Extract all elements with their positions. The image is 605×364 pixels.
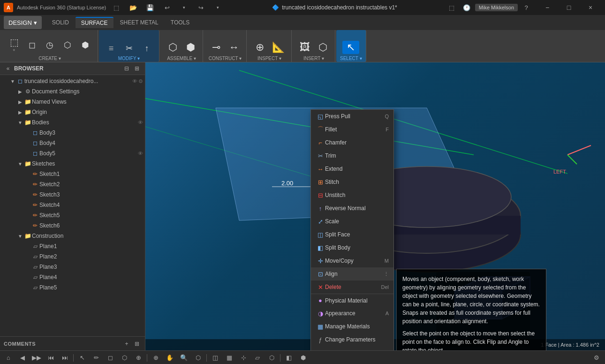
browser-item-plane2[interactable]: ▱ Plane2 [0, 251, 145, 262]
select-btn[interactable]: ↖ [342, 41, 359, 54]
save-button[interactable]: 💾 [144, 2, 157, 13]
select-dropdown[interactable]: ▾ [360, 56, 362, 61]
bottom-display-btn[interactable]: ◫ [209, 352, 222, 364]
bottom-bodies-btn[interactable]: ◻ [104, 352, 117, 364]
root-eye-icon[interactable]: 👁 [132, 78, 137, 84]
menu-align[interactable]: ⊡ Align ⋮ [311, 267, 393, 281]
design-mode-button[interactable]: DESIGN ▾ [4, 16, 42, 29]
modify-dropdown[interactable]: ▾ [137, 56, 140, 61]
browser-item-sketch2[interactable]: ✏ Sketch2 [0, 179, 145, 190]
modify-fillet-btn[interactable]: ✂ [121, 43, 137, 54]
browser-item-sketch3[interactable]: ✏ Sketch3 [0, 190, 145, 200]
viewport[interactable]: 2.00 LEFT ◱ Press Pull Q ⌒ Fillet F [145, 62, 605, 350]
browser-item-construction[interactable]: ▼ 📁 Construction [0, 231, 145, 241]
browser-item-sketch4[interactable]: ✏ Sketch4 [0, 200, 145, 210]
insert-btn2[interactable]: ⬡ [314, 41, 331, 54]
browser-item-plane5[interactable]: ▱ Plane5 [0, 282, 145, 293]
create-loft-btn[interactable]: ⬡ [59, 39, 76, 51]
browser-item-plane3[interactable]: ▱ Plane3 [0, 262, 145, 272]
browser-root-item[interactable]: ▼ ◻ truncated icosidodecahedro... 👁 ⚙ [0, 76, 145, 86]
menu-appearance[interactable]: ◑ Appearance A [311, 307, 393, 320]
menu-manage-materials[interactable]: ▦ Manage Materials [311, 320, 393, 333]
minimize-button[interactable]: − [537, 0, 558, 15]
menu-press-pull[interactable]: ◱ Press Pull Q [311, 110, 393, 123]
bottom-back-btn[interactable]: ◀ [16, 352, 29, 364]
browser-item-origin[interactable]: ▶ 📁 Origin [0, 107, 145, 117]
bottom-end-btn[interactable]: ⏭ [58, 352, 71, 364]
browser-item-plane4[interactable]: ▱ Plane4 [0, 272, 145, 282]
bottom-grid-btn[interactable]: ▦ [223, 352, 236, 364]
open-button[interactable]: 📂 [127, 2, 140, 13]
bottom-settings-icon[interactable]: ⚙ [590, 352, 603, 364]
assemble-btn2[interactable]: ⬢ [182, 41, 199, 54]
workspace-icon[interactable]: ⬚ [445, 2, 458, 13]
bottom-home-btn[interactable]: ⌂ [2, 352, 15, 364]
undo-dropdown[interactable]: ▾ [177, 2, 190, 13]
menu-stitch[interactable]: ⊞ Stitch [311, 175, 393, 189]
tab-tools[interactable]: TOOLS [165, 17, 195, 28]
browser-item-sketch5[interactable]: ✏ Sketch5 [0, 210, 145, 220]
redo-dropdown[interactable]: ▾ [211, 2, 224, 13]
inspect-btn2[interactable]: 📐 [269, 41, 287, 54]
bottom-fit-btn[interactable]: ⬡ [191, 352, 204, 364]
create-dropdown[interactable]: ▾ [59, 56, 61, 61]
insert-dropdown[interactable]: ▾ [322, 56, 324, 61]
menu-delete[interactable]: ✕ Delete Del [311, 281, 393, 294]
menu-physical-material[interactable]: ● Physical Material [311, 294, 393, 307]
menu-compute-all[interactable]: ⟳ Compute All Ctrl+B [311, 346, 393, 350]
inspect-btn1[interactable]: ⊕ [251, 41, 268, 54]
comments-add-icon[interactable]: + [122, 340, 131, 348]
close-button[interactable]: × [580, 0, 601, 15]
create-sweep-btn[interactable]: ◷ [41, 39, 58, 51]
bottom-animate-btn[interactable]: ⬡ [265, 352, 278, 364]
create-more-btn[interactable]: ⬢ [77, 39, 94, 51]
bottom-start-btn[interactable]: ⏮ [44, 352, 57, 364]
tab-surface[interactable]: SURFACE [76, 17, 113, 28]
bottom-perspective-btn[interactable]: ▱ [251, 352, 264, 364]
comments-expand-icon[interactable]: ⊞ [133, 340, 141, 348]
menu-reverse-normal[interactable]: ↑ Reverse Normal [311, 202, 393, 215]
maximize-button[interactable]: □ [558, 0, 580, 15]
redo-button[interactable]: ↪ [194, 2, 207, 13]
browser-item-body4[interactable]: ◻ Body4 [0, 138, 145, 148]
clock-icon[interactable]: 🕐 [460, 2, 473, 13]
construct-btn1[interactable]: ⊸ [208, 41, 225, 54]
bottom-snap-btn[interactable]: ⊹ [237, 352, 250, 364]
browser-item-body5[interactable]: ◻ Body5 👁 [0, 148, 145, 159]
bottom-orbit-btn[interactable]: ⊕ [149, 352, 162, 364]
inspect-dropdown[interactable]: ▾ [279, 56, 281, 61]
menu-scale[interactable]: ⤢ Scale [311, 215, 393, 228]
browser-item-sketch1[interactable]: ✏ Sketch1 [0, 169, 145, 179]
bottom-forward-btn[interactable]: ▶▶ [30, 352, 43, 364]
browser-collapse-icon[interactable]: « [4, 64, 12, 73]
undo-button[interactable]: ↩ [160, 2, 174, 13]
browser-item-doc-settings[interactable]: ▶ ⚙ Document Settings [0, 86, 145, 97]
browser-item-sketches[interactable]: ▼ 📁 Sketches [0, 159, 145, 169]
menu-change-parameters[interactable]: ƒ Change Parameters [311, 333, 393, 346]
create-extrude-btn[interactable]: ⬚ + [6, 36, 23, 54]
browser-item-body3[interactable]: ◻ Body3 [0, 128, 145, 138]
create-revolve-btn[interactable]: ◻ [23, 39, 40, 51]
browser-filter-icon[interactable]: ⊟ [122, 64, 131, 73]
browser-item-plane1[interactable]: ▱ Plane1 [0, 241, 145, 251]
modify-more-btn[interactable]: ↑ [138, 43, 155, 54]
new-button[interactable]: ⬚ [110, 2, 123, 13]
assemble-btn1[interactable]: ⬡ [164, 41, 181, 54]
bottom-render-btn[interactable]: ⬢ [296, 352, 310, 364]
browser-item-sketch6[interactable]: ✏ Sketch6 [0, 220, 145, 231]
construct-btn2[interactable]: ↔ [226, 41, 242, 54]
menu-fillet[interactable]: ⌒ Fillet F [311, 123, 393, 136]
bottom-pan-btn[interactable]: ✋ [163, 352, 176, 364]
bottom-section-btn[interactable]: ◧ [282, 352, 295, 364]
bottom-select-btn[interactable]: ↖ [76, 352, 89, 364]
tab-solid[interactable]: SOLID [46, 17, 75, 28]
construct-dropdown[interactable]: ▾ [239, 56, 242, 61]
bottom-sketch-btn[interactable]: ✏ [90, 352, 103, 364]
help-button[interactable]: ? [520, 2, 533, 13]
menu-move-copy[interactable]: ✛ Move/Copy M [311, 254, 393, 267]
bodies-eye-icon[interactable]: 👁 [138, 120, 143, 125]
browser-item-bodies[interactable]: ▼ 📁 Bodies 👁 [0, 117, 145, 128]
tab-sheet-metal[interactable]: SHEET METAL [114, 17, 164, 28]
menu-chamfer[interactable]: ⌐ Chamfer [311, 136, 393, 149]
menu-unstitch[interactable]: ⊟ Unstitch [311, 189, 393, 202]
